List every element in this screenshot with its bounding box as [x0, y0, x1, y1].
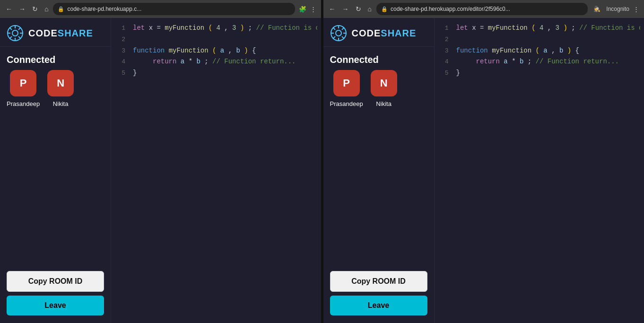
sidebar-1: CODESHARE Connected P Prasandeep N Nikit… — [0, 18, 111, 323]
connected-label-2: Connected — [323, 47, 434, 70]
app-content-2: CODESHARE Connected P Prasandeep N Nikit… — [323, 18, 644, 323]
connected-label-1: Connected — [0, 47, 111, 70]
users-container-2: P Prasandeep N Nikita — [323, 70, 434, 266]
browser-icons-1: 🧩 ⋮ — [298, 5, 317, 14]
code-line-1-1: 1 let x = myFunction ( 4 , 3 ) ; // Func… — [111, 23, 321, 34]
url-text-1: code-share-pd.herokuapp.c... — [67, 6, 141, 12]
sidebar-header-2: CODESHARE — [323, 18, 434, 47]
copy-room-btn-1[interactable]: Copy ROOM ID — [7, 271, 104, 292]
sidebar-actions-1: Copy ROOM ID Leave — [0, 266, 111, 318]
sidebar-header-1: CODESHARE — [0, 18, 111, 47]
gear-icon-2 — [330, 25, 347, 42]
user-name-nikita-1: Nikita — [53, 100, 69, 107]
code-line-4-1: 4 return a * b ; // Function return... — [111, 56, 321, 68]
editor-area-2: 1 let x = myFunction ( 4 , 3 ) ; // Func… — [435, 18, 644, 323]
address-bar-1[interactable]: 🔒 code-share-pd.herokuapp.c... — [53, 3, 295, 15]
browser-window-2: ← → ↻ ⌂ 🔒 code-share-pd.herokuapp.com/ed… — [323, 0, 644, 323]
gear-icon-1 — [7, 25, 24, 42]
svg-line-7 — [18, 36, 21, 39]
address-bar-2[interactable]: 🔒 code-share-pd.herokuapp.com/editor/2f5… — [376, 3, 588, 15]
svg-line-8 — [18, 27, 21, 30]
extensions-icon-1[interactable]: 🧩 — [298, 5, 307, 14]
editor-area-1: 1 let x = myFunction ( 4 , 3 ) ; // Func… — [111, 18, 321, 323]
avatar-n-2: N — [371, 70, 397, 96]
app-content-1: CODESHARE Connected P Prasandeep N Nikit… — [0, 18, 321, 323]
code-line-3-1: 3 function myFunction ( a , b ) { — [111, 45, 321, 57]
code-line-1-2: 1 let x = myFunction ( 4 , 3 ) ; // Func… — [435, 23, 644, 34]
user-item-nikita-1: N Nikita — [47, 70, 74, 266]
home-button-1[interactable]: ⌂ — [43, 4, 50, 14]
svg-line-16 — [333, 27, 335, 30]
url-text-2: code-share-pd.herokuapp.com/editor/2f596… — [391, 6, 510, 12]
code-line-5-2: 5 } — [435, 68, 644, 79]
browser-icons-2: 🕵️ Incognito ⋮ — [591, 5, 640, 14]
logo-2: CODESHARE — [352, 28, 417, 39]
user-item-nikita-2: N Nikita — [371, 70, 397, 266]
avatar-p-1: P — [10, 70, 36, 96]
avatar-n-1: N — [47, 70, 74, 96]
logo-1: CODESHARE — [28, 28, 93, 39]
code-body-2: 1 let x = myFunction ( 4 , 3 ) ; // Func… — [435, 18, 644, 84]
logo-share-1: SHARE — [58, 28, 93, 38]
sidebar-2: CODESHARE Connected P Prasandeep N Nikit… — [323, 18, 435, 323]
incognito-label-2: Incognito — [605, 5, 630, 13]
incognito-icon-2: 🕵️ — [592, 5, 601, 13]
svg-point-1 — [12, 30, 18, 36]
code-line-2-1: 2 — [111, 34, 321, 45]
avatar-p-2: P — [333, 70, 360, 96]
user-item-prasandeep-2: P Prasandeep — [330, 70, 363, 266]
code-line-4-2: 4 return a * b ; // Function return... — [435, 56, 644, 68]
more-icon-1[interactable]: ⋮ — [309, 5, 317, 14]
user-item-prasandeep-1: P Prasandeep — [7, 70, 40, 266]
logo-share-2: SHARE — [381, 28, 416, 38]
user-name-prasandeep-2: Prasandeep — [330, 100, 363, 107]
user-name-prasandeep-1: Prasandeep — [7, 100, 40, 107]
back-button-1[interactable]: ← — [4, 4, 14, 14]
home-button-2[interactable]: ⌂ — [366, 4, 374, 14]
logo-code-2: CODE — [352, 28, 381, 38]
code-line-2-2: 2 — [435, 34, 644, 45]
browser-chrome-2: ← → ↻ ⌂ 🔒 code-share-pd.herokuapp.com/ed… — [323, 0, 644, 18]
browser-chrome-1: ← → ↻ ⌂ 🔒 code-share-pd.herokuapp.c... 🧩… — [0, 0, 321, 18]
browser-window-1: ← → ↻ ⌂ 🔒 code-share-pd.herokuapp.c... 🧩… — [0, 0, 321, 323]
copy-room-btn-2[interactable]: Copy ROOM ID — [330, 271, 427, 292]
user-name-nikita-2: Nikita — [376, 100, 392, 107]
forward-button-2[interactable]: → — [340, 4, 351, 14]
svg-line-9 — [9, 36, 12, 39]
code-body-1: 1 let x = myFunction ( 4 , 3 ) ; // Func… — [111, 18, 321, 84]
svg-line-18 — [342, 27, 344, 30]
reload-button-2[interactable]: ↻ — [354, 4, 363, 14]
leave-btn-1[interactable]: Leave — [7, 296, 104, 315]
svg-point-11 — [336, 30, 341, 36]
logo-code-1: CODE — [28, 28, 58, 38]
svg-line-17 — [342, 36, 344, 39]
forward-button-1[interactable]: → — [17, 4, 27, 14]
svg-line-6 — [9, 27, 12, 30]
more-icon-2[interactable]: ⋮ — [632, 5, 640, 14]
reload-button-1[interactable]: ↻ — [30, 4, 40, 14]
sidebar-actions-2: Copy ROOM ID Leave — [323, 266, 434, 318]
code-line-5-1: 5 } — [111, 68, 321, 79]
back-button-2[interactable]: ← — [327, 4, 338, 14]
users-container-1: P Prasandeep N Nikita — [0, 70, 111, 266]
lock-icon-1: 🔒 — [58, 6, 64, 12]
code-line-3-2: 3 function myFunction ( a , b ) { — [435, 45, 644, 57]
svg-line-19 — [333, 36, 335, 39]
lock-icon-2: 🔒 — [381, 6, 388, 12]
leave-btn-2[interactable]: Leave — [330, 296, 427, 315]
